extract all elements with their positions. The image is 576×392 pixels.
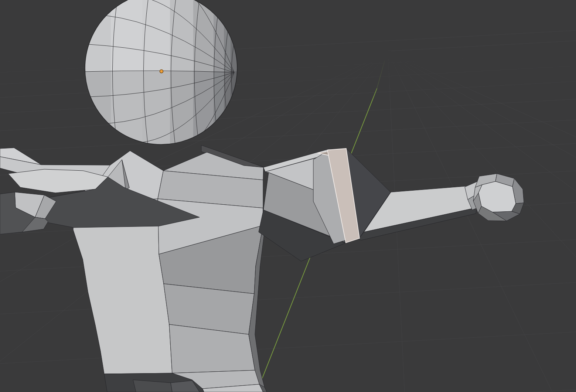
object-origin[interactable] xyxy=(160,70,163,73)
head-band-upper-2[interactable] xyxy=(142,0,170,71)
origin-dot-icon[interactable] xyxy=(160,70,163,73)
fist-front-face[interactable] xyxy=(478,181,516,212)
blender-3d-viewport[interactable] xyxy=(0,0,576,392)
head-band-lower-3[interactable] xyxy=(170,71,193,146)
head-band-lower-2[interactable] xyxy=(142,71,170,146)
viewport-canvas[interactable] xyxy=(0,0,576,392)
head-band-upper-1[interactable] xyxy=(111,0,142,71)
